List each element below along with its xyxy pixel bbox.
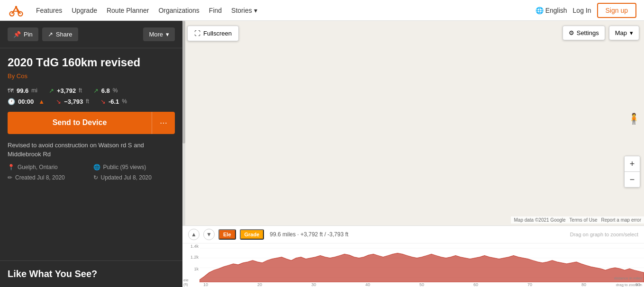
share-button[interactable]: ↗ Share — [42, 27, 78, 41]
settings-button[interactable]: ⚙ Settings — [562, 26, 605, 40]
elevation-loss-icon: ↘ — [56, 98, 61, 105]
nav-upgrade[interactable]: Upgrade — [72, 7, 97, 14]
time-stat: 🕐 00:00 ▲ — [8, 98, 45, 105]
site-logo[interactable] — [8, 2, 25, 19]
x-axis-distance-label: distance in miles — [614, 276, 642, 280]
nav-stories[interactable]: Stories ▾ — [231, 7, 257, 14]
chevron-down-icon: ▾ — [166, 31, 169, 38]
elevation-panel: ▲ ▼ Ele Grade 99.6 miles · +3,792 ft / -… — [182, 225, 644, 287]
elevation-chart-area[interactable]: 1.4k 1.2k 1k 10 — [182, 243, 644, 287]
grade-down-icon: ↘ — [100, 98, 106, 105]
sidebar-toolbar: 📌 Pin ↗ Share More ▾ — [0, 21, 182, 48]
grade-down-stat: ↘ -6.1 % — [100, 98, 127, 105]
grade-up-icon: ↗ — [93, 87, 99, 94]
elevation-grade-button[interactable]: Grade — [240, 229, 264, 240]
nav-organizations[interactable]: Organizations — [158, 7, 199, 14]
y-axis: 1.4k 1.2k 1k — [182, 243, 200, 279]
x-label-70: 70 — [527, 282, 532, 287]
map-toolbar-left: ⛶ Fullscreen — [187, 26, 239, 41]
gear-icon: ⚙ — [569, 29, 574, 36]
pin-button[interactable]: 📌 Pin — [8, 27, 38, 41]
y-label-1.4k: 1.4k — [182, 244, 199, 249]
x-axis-label: drag to zoom in — [616, 283, 642, 287]
share-icon: ↗ — [48, 31, 53, 38]
map-background — [182, 21, 644, 225]
elevation-drag-hint: Drag on graph to zoom/select — [570, 232, 638, 237]
location-icon: 📍 — [8, 164, 15, 170]
elevation-ele-button[interactable]: Ele — [218, 229, 236, 240]
sidebar-content: 2020 TdG 160km revised By Cos 🗺 99.6 mi … — [0, 48, 182, 260]
elevation-toolbar: ▲ ▼ Ele Grade 99.6 miles · +3,792 ft / -… — [182, 226, 644, 243]
sidebar: 📌 Pin ↗ Share More ▾ 2020 TdG 160km revi… — [0, 21, 182, 287]
main-layout: 📌 Pin ↗ Share More ▾ 2020 TdG 160km revi… — [0, 21, 644, 287]
elevation-gain-icon: ↗ — [49, 87, 54, 94]
x-label-50: 50 — [419, 282, 424, 287]
route-visibility: 🌐 Public (95 views) — [93, 164, 175, 170]
terms-link[interactable]: Terms of Use — [570, 217, 598, 223]
chevron-down-icon: ▾ — [630, 29, 633, 36]
x-label-30: 30 — [311, 282, 316, 287]
route-description: Revised to avoid construction on Watson … — [8, 141, 175, 159]
x-label-80: 80 — [581, 282, 586, 287]
send-to-device-wrap: Send to Device ⋯ — [8, 112, 175, 134]
route-updated: ↻ Updated Jul 8, 2020 — [93, 174, 175, 181]
distance-stat: 🗺 99.6 mi — [8, 87, 37, 94]
timer-up-icon: ▲ — [38, 98, 45, 105]
route-meta: 📍 Guelph, Ontario 🌐 Public (95 views) ✏ … — [8, 164, 175, 181]
map-attribution: Map data ©2021 Google Terms of Use Repor… — [511, 216, 644, 224]
route-stats: 🗺 99.6 mi ↗ +3,792 ft ↗ 6.8 % — [8, 87, 175, 94]
create-icon: ✏ — [8, 174, 12, 181]
nav-links: Features Upgrade Route Planner Organizat… — [36, 7, 524, 14]
map-container[interactable]: Elmira Millbank Floradale Guelph Wellesl… — [182, 21, 644, 225]
elevation-stats: 99.6 miles · +3,792 ft / -3,793 ft — [270, 231, 348, 238]
update-icon: ↻ — [93, 174, 98, 181]
nav-find[interactable]: Find — [209, 7, 222, 14]
like-section: Like What You See? — [0, 260, 182, 287]
grade-up-stat: ↗ 6.8 % — [93, 87, 118, 94]
send-to-device-more-button[interactable]: ⋯ — [152, 112, 175, 134]
scroll-thumb — [182, 21, 185, 144]
x-label-60: 60 — [473, 282, 478, 287]
stories-chevron-icon: ▾ — [254, 7, 257, 14]
pegman-control[interactable]: 🧍 — [627, 113, 640, 164]
y-label-1.2k: 1.2k — [182, 255, 199, 260]
elevation-chart-svg — [200, 243, 644, 282]
login-link[interactable]: Log In — [573, 7, 591, 14]
elevation-loss-stat: ↘ −3,793 ft — [56, 98, 89, 105]
nav-right: 🌐 English Log In Sign up — [535, 3, 636, 18]
send-to-device-button[interactable]: Send to Device — [8, 112, 152, 134]
svg-point-0 — [8, 2, 25, 19]
zoom-out-button[interactable]: − — [625, 172, 640, 187]
pin-icon: 📌 — [13, 31, 21, 38]
map-toolbar-right: ⚙ Settings Map ▾ — [562, 26, 639, 40]
elevation-nav-down[interactable]: ▼ — [203, 229, 215, 240]
report-link[interactable]: Report a map error — [601, 217, 641, 223]
svg-point-3 — [15, 6, 18, 8]
visibility-icon: 🌐 — [93, 164, 100, 170]
fullscreen-icon: ⛶ — [194, 30, 200, 37]
elevation-gain-stat: ↗ +3,792 ft — [49, 87, 82, 94]
route-stats-2: 🕐 00:00 ▲ ↘ −3,793 ft ↘ -6.1 % — [8, 98, 175, 105]
fullscreen-button[interactable]: ⛶ Fullscreen — [187, 26, 239, 41]
like-title: Like What You See? — [8, 269, 175, 279]
x-axis: 10 20 30 40 50 60 70 80 90 — [200, 282, 644, 287]
signup-button[interactable]: Sign up — [597, 3, 636, 18]
route-author: By Cos — [8, 72, 175, 80]
language-selector[interactable]: 🌐 English — [535, 7, 567, 14]
globe-icon: 🌐 — [535, 7, 544, 14]
nav-route-planner[interactable]: Route Planner — [107, 7, 149, 14]
x-label-10: 10 — [203, 282, 208, 287]
map-type-selector[interactable]: Map ▾ — [609, 26, 639, 40]
x-label-20: 20 — [257, 282, 262, 287]
distance-icon: 🗺 — [8, 87, 14, 94]
elevation-nav-up[interactable]: ▲ — [188, 229, 200, 240]
nav-features[interactable]: Features — [36, 7, 62, 14]
route-title: 2020 TdG 160km revised — [8, 56, 175, 70]
navbar: Features Upgrade Route Planner Organizat… — [0, 0, 644, 21]
route-created: ✏ Created Jul 8, 2020 — [8, 174, 90, 181]
y-label-1k: 1k — [182, 267, 199, 271]
map-area: Elmira Millbank Floradale Guelph Wellesl… — [182, 21, 644, 287]
route-location: 📍 Guelph, Ontario — [8, 164, 90, 170]
more-button[interactable]: More ▾ — [143, 27, 175, 41]
x-label-40: 40 — [365, 282, 370, 287]
